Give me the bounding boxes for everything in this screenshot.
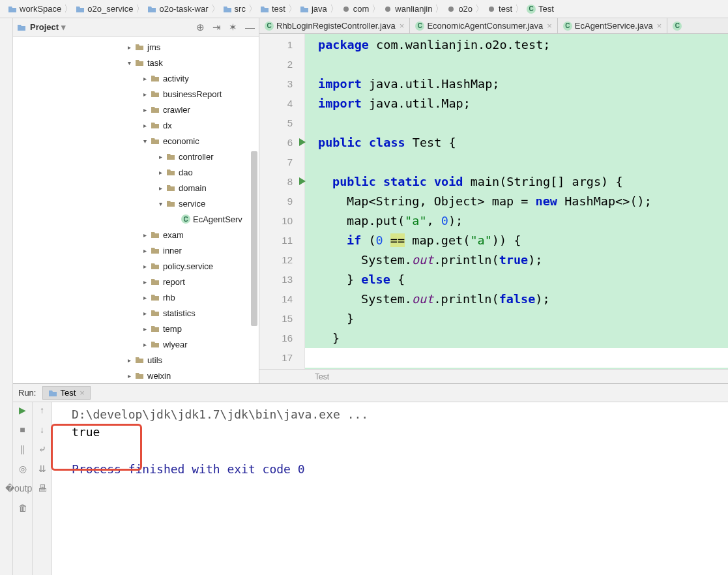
line-number: 12: [259, 250, 304, 270]
line-number: 8: [259, 172, 304, 192]
line-number: 5: [259, 113, 304, 133]
tree-item-utils[interactable]: ▸utils: [13, 352, 259, 368]
expand-arrow[interactable]: ▸: [124, 357, 134, 364]
tree-item-statistics[interactable]: ▸statistics: [13, 305, 259, 321]
expand-arrow[interactable]: ▸: [139, 278, 150, 286]
tree-item-domain[interactable]: ▸domain: [13, 180, 259, 196]
tree-item-service[interactable]: ▾service: [13, 196, 259, 211]
expand-arrow[interactable]: ▸: [139, 122, 150, 129]
folder-icon: [150, 230, 160, 239]
expand-arrow[interactable]: ▾: [124, 59, 134, 66]
rerun-icon[interactable]: ▶: [19, 405, 26, 415]
project-title[interactable]: Project ▾: [17, 22, 196, 32]
crumb-o2o[interactable]: o2o: [443, 4, 476, 14]
dump-icon[interactable]: ◎: [19, 464, 27, 474]
expand-arrow[interactable]: ▸: [139, 310, 150, 317]
expand-arrow[interactable]: ▸: [155, 153, 166, 160]
crumb-wanlianjin[interactable]: wanlianjin: [379, 4, 436, 14]
expand-arrow[interactable]: ▸: [139, 263, 150, 270]
tab-more[interactable]: C: [667, 18, 690, 33]
tree-item-inner[interactable]: ▸inner: [13, 243, 259, 258]
crumb-test[interactable]: test: [483, 4, 516, 14]
tree-item-controller[interactable]: ▸controller: [13, 149, 259, 164]
tab-EcAgentService.java[interactable]: CEcAgentService.java×: [558, 18, 668, 33]
tree-item-economic[interactable]: ▾economic: [13, 133, 259, 149]
folder-icon: [166, 183, 176, 192]
project-tree[interactable]: ▸jms▾task▸activity▸businessReport▸crawle…: [13, 37, 259, 383]
down-icon[interactable]: ↓: [40, 424, 44, 435]
line-number: 2: [259, 55, 304, 74]
expand-arrow[interactable]: ▸: [124, 44, 134, 51]
crumb-java[interactable]: java: [296, 4, 331, 14]
crumb-o2o_service[interactable]: o2o_service: [72, 4, 137, 14]
expand-arrow[interactable]: ▸: [155, 184, 166, 192]
trash-icon[interactable]: 🗑: [18, 503, 27, 513]
folder-icon: [150, 277, 160, 286]
crumb-o2o-task-war[interactable]: o2o-task-war: [143, 4, 212, 14]
close-icon[interactable]: ×: [400, 21, 405, 31]
tree-item-activity[interactable]: ▸activity: [13, 70, 259, 86]
tree-item-dx[interactable]: ▸dx: [13, 117, 259, 133]
locate-icon[interactable]: ⊕: [196, 22, 205, 33]
run-gutter-icon[interactable]: [299, 177, 306, 185]
code-area[interactable]: package com.wanlianjin.o2o.test; import …: [305, 34, 728, 369]
pause-icon[interactable]: ∥: [20, 444, 25, 454]
collapse-icon[interactable]: ⇥: [212, 22, 221, 33]
close-icon[interactable]: ×: [547, 21, 552, 31]
editor-panel: CRhbLoginRegisteController.java×CEconomi…: [259, 18, 728, 383]
close-icon[interactable]: ×: [657, 21, 662, 31]
svg-point-2: [448, 7, 454, 12]
tab-EconomicAgentConsumer.java[interactable]: CEconomicAgentConsumer.java×: [410, 18, 557, 33]
close-icon[interactable]: ×: [80, 388, 85, 398]
run-tab[interactable]: Test×: [42, 386, 90, 400]
tree-item-crawler[interactable]: ▸crawler: [13, 102, 259, 117]
expand-arrow[interactable]: ▸: [155, 169, 166, 176]
gutter: 1234567891011121314151617: [259, 34, 305, 369]
crumb-src[interactable]: src: [219, 4, 250, 14]
crumb-com[interactable]: com: [338, 4, 373, 14]
hide-icon[interactable]: —: [245, 22, 255, 33]
tab-RhbLoginRegisteController.java[interactable]: CRhbLoginRegisteController.java×: [259, 18, 410, 33]
expand-arrow[interactable]: ▾: [139, 138, 150, 145]
tree-item-EcAgentServ[interactable]: CEcAgentServ: [13, 211, 259, 227]
expand-arrow[interactable]: ▸: [139, 325, 150, 332]
expand-arrow[interactable]: ▾: [155, 200, 166, 207]
expand-arrow[interactable]: ▸: [139, 106, 150, 113]
editor-body: 1234567891011121314151617 package com.wa…: [259, 34, 728, 369]
tree-item-policy.service[interactable]: ▸policy.service: [13, 258, 259, 274]
expand-arrow[interactable]: ▸: [139, 341, 150, 348]
tree-item-weixin[interactable]: ▸weixin: [13, 368, 259, 383]
class-icon: C: [265, 22, 274, 31]
tree-item-report[interactable]: ▸report: [13, 274, 259, 289]
print-icon[interactable]: 🖶: [38, 483, 47, 494]
crumb-workSpace[interactable]: workSpace: [4, 4, 65, 14]
tree-item-dao[interactable]: ▸dao: [13, 164, 259, 180]
tree-item-rhb[interactable]: ▸rhb: [13, 289, 259, 305]
up-icon[interactable]: ↑: [40, 405, 44, 415]
tree-item-temp[interactable]: ▸temp: [13, 321, 259, 336]
tree-item-businessReport[interactable]: ▸businessReport: [13, 86, 259, 102]
crumb-Test[interactable]: CTest: [523, 4, 558, 14]
folder-icon: [166, 199, 176, 208]
expand-arrow[interactable]: ▸: [139, 91, 150, 98]
scroll-icon[interactable]: ⇊: [38, 464, 46, 474]
gear-icon[interactable]: ✶: [229, 22, 237, 33]
expand-arrow[interactable]: ▸: [124, 372, 134, 379]
run-panel: Run: Test× ▶ ■ ∥ ◎ �output 🗑 ↑ ↓ ⤶ ⇊ 🖶 D…: [13, 383, 728, 575]
expand-arrow[interactable]: ▸: [139, 231, 150, 239]
line-number: 9: [259, 192, 304, 211]
run-gutter-icon[interactable]: [299, 138, 306, 146]
crumb-test[interactable]: test: [256, 4, 289, 14]
tree-item-jms[interactable]: ▸jms: [13, 39, 259, 55]
folder-icon: [150, 89, 160, 98]
run-output[interactable]: D:\develop\jdk\jdk1.7\jdk\bin\java.exe .…: [52, 384, 728, 575]
tree-item-exam[interactable]: ▸exam: [13, 227, 259, 243]
stop-icon[interactable]: ■: [20, 424, 25, 435]
softwrap-icon[interactable]: ⤶: [38, 444, 46, 454]
scrollbar-thumb[interactable]: [251, 151, 257, 326]
expand-arrow[interactable]: ▸: [139, 247, 150, 254]
expand-arrow[interactable]: ▸: [139, 294, 150, 301]
tree-item-task[interactable]: ▾task: [13, 55, 259, 70]
expand-arrow[interactable]: ▸: [139, 75, 150, 82]
tree-item-wlyear[interactable]: ▸wlyear: [13, 336, 259, 352]
